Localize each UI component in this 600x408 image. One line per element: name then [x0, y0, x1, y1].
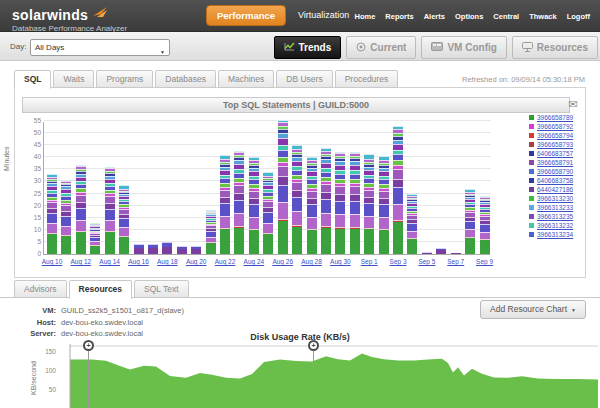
virtualization-button[interactable]: Virtualization — [292, 5, 355, 26]
tab-sql[interactable]: SQL — [14, 70, 51, 89]
bar-segment — [292, 182, 302, 190]
nav-item-reports[interactable]: Reports — [385, 12, 413, 21]
legend-link[interactable]: 3966313235 — [537, 213, 573, 220]
legend-color-swatch — [529, 142, 534, 147]
stacked-bar-aug-12[interactable] — [76, 165, 86, 254]
view-button-vm-config[interactable]: VM Config — [421, 36, 506, 59]
stacked-bar-aug-19[interactable] — [177, 246, 187, 254]
legend-link[interactable]: 3966658791 — [537, 159, 573, 166]
nav-item-options[interactable]: Options — [455, 12, 483, 21]
disk-usage-area-chart — [60, 344, 600, 408]
vm-config-icon — [431, 42, 443, 53]
bar-segment — [119, 237, 129, 254]
stacked-bar-sep-8[interactable] — [465, 189, 475, 254]
x-axis-tick-label[interactable]: Sep 9 — [467, 258, 503, 265]
nav-item-home[interactable]: Home — [355, 12, 376, 21]
legend-item: 6406683758 — [529, 176, 599, 185]
stacked-bar-aug-28[interactable] — [307, 157, 317, 254]
legend-link[interactable]: 3966658793 — [537, 141, 573, 148]
nav-item-logoff[interactable]: Logoff — [567, 12, 590, 21]
stacked-bar-aug-25[interactable] — [263, 172, 273, 254]
nav-item-central[interactable]: Central — [493, 12, 519, 21]
bottom-tab-sql-text[interactable]: SQL Text — [134, 280, 189, 298]
stacked-bar-aug-24[interactable] — [249, 157, 259, 254]
stacked-bar-aug-17[interactable] — [148, 244, 158, 254]
legend-item: 6440427186 — [529, 185, 599, 194]
tab-waits[interactable]: Waits — [53, 70, 94, 88]
bar-segment — [76, 232, 86, 254]
resource-info-row: VM:GUILD_ss2k5_s1501_o817_d(slave) — [24, 306, 184, 315]
legend-link[interactable]: 6406683758 — [537, 177, 573, 184]
legend-link[interactable]: 3966313232 — [537, 222, 573, 229]
stacked-bar-sep-6[interactable] — [436, 248, 446, 254]
range-handle[interactable]: + — [308, 340, 319, 351]
stacked-bar-aug-29[interactable] — [321, 148, 331, 254]
legend-link[interactable]: 3966313233 — [537, 204, 573, 211]
stacked-bar-sep-3[interactable] — [393, 126, 403, 254]
legend-link[interactable]: 3966313234 — [537, 231, 573, 238]
legend-link[interactable]: 6406683757 — [537, 150, 573, 157]
tab-programs[interactable]: Programs — [96, 70, 153, 88]
resource-info-label: Host: — [24, 318, 56, 327]
bottom-tab-resources[interactable]: Resources — [69, 280, 132, 299]
day-select[interactable]: All Days ▼ — [30, 39, 170, 56]
add-resource-chart-label: Add Resource Chart — [490, 304, 567, 314]
stacked-bar-aug-23[interactable] — [234, 151, 244, 254]
legend-item: 3966313234 — [529, 230, 599, 239]
stacked-bar-sep-2[interactable] — [379, 156, 389, 254]
chevron-down-icon: ▼ — [571, 307, 576, 313]
bar-segment — [234, 228, 244, 254]
bar-segment — [220, 190, 230, 197]
legend-color-swatch — [529, 124, 534, 129]
legend-item: 3966313232 — [529, 221, 599, 230]
bar-segment — [263, 234, 273, 254]
sql-stacked-bar-chart: Minutes 0510152025303540455055Aug 10Aug … — [22, 116, 530, 276]
legend-link[interactable]: 3966658794 — [537, 132, 573, 139]
stacked-bar-sep-1[interactable] — [364, 154, 374, 254]
legend-link[interactable]: 6440427186 — [537, 186, 573, 193]
tab-db-users[interactable]: DB Users — [276, 70, 332, 88]
stacked-bar-aug-30[interactable] — [335, 152, 345, 254]
stacked-bar-sep-7[interactable] — [451, 253, 461, 254]
bar-segment — [278, 202, 288, 219]
add-resource-chart-button[interactable]: Add Resource Chart▼ — [480, 300, 586, 319]
legend-link[interactable]: 3966658790 — [537, 168, 573, 175]
stacked-bar-aug-15[interactable] — [119, 185, 129, 254]
bar-segment — [292, 190, 302, 197]
view-button-trends[interactable]: Trends — [274, 36, 342, 59]
view-button-resources[interactable]: Resources — [512, 36, 598, 59]
stacked-bar-aug-11[interactable] — [61, 180, 71, 254]
stacked-bar-aug-18[interactable] — [162, 242, 172, 254]
stacked-bar-aug-20[interactable] — [191, 246, 201, 254]
stacked-bar-sep-5[interactable] — [422, 252, 432, 254]
bottom-tab-advisors[interactable]: Advisors — [14, 280, 67, 298]
stacked-bar-aug-14[interactable] — [105, 167, 115, 254]
stacked-bar-sep-4[interactable] — [407, 194, 417, 254]
range-handle[interactable]: + — [83, 340, 94, 351]
legend-link[interactable]: 3966658792 — [537, 123, 573, 130]
legend-link[interactable]: 3966658789 — [537, 114, 573, 121]
stacked-bar-aug-26[interactable] — [278, 120, 288, 254]
nav-item-alerts[interactable]: Alerts — [424, 12, 445, 21]
tab-procedures[interactable]: Procedures — [335, 70, 398, 88]
view-button-current[interactable]: Current — [346, 36, 416, 59]
performance-button[interactable]: Performance — [206, 5, 286, 26]
nav-item-thwack[interactable]: Thwack — [529, 12, 557, 21]
stacked-bar-aug-27[interactable] — [292, 145, 302, 254]
y-axis-tick-label: 20 — [23, 202, 41, 209]
legend-color-swatch — [529, 178, 534, 183]
stacked-bar-aug-22[interactable] — [220, 155, 230, 254]
tab-databases[interactable]: Databases — [155, 70, 216, 88]
stacked-bar-aug-21[interactable] — [206, 210, 216, 254]
sql-chart-plot-area: 0510152025303540455055Aug 10Aug 12Aug 14… — [43, 122, 490, 255]
stacked-bar-aug-10[interactable] — [47, 174, 57, 254]
bar-segment — [220, 203, 230, 216]
tab-machines[interactable]: Machines — [218, 70, 274, 88]
legend-link[interactable]: 3966313230 — [537, 195, 573, 202]
stacked-bar-aug-31[interactable] — [350, 152, 360, 254]
stacked-bar-aug-13[interactable] — [90, 223, 100, 254]
stacked-bar-sep-9[interactable] — [480, 196, 490, 254]
bar-segment — [379, 217, 389, 229]
email-icon[interactable]: ✉ — [564, 98, 582, 112]
stacked-bar-aug-16[interactable] — [134, 244, 144, 254]
